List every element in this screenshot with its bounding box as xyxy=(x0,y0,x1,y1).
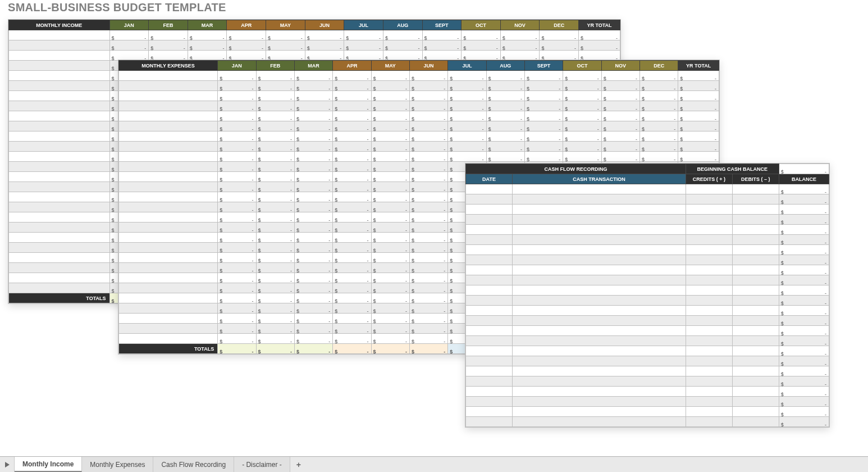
value-cell[interactable] xyxy=(409,253,447,263)
value-cell[interactable] xyxy=(256,263,294,273)
cashflow-row[interactable] xyxy=(466,255,829,265)
credit-cell[interactable] xyxy=(686,194,732,205)
row-label-cell[interactable] xyxy=(119,303,218,314)
value-cell[interactable] xyxy=(256,152,294,162)
row-label-cell[interactable] xyxy=(119,131,218,142)
value-cell[interactable] xyxy=(256,111,294,121)
value-cell[interactable] xyxy=(256,172,294,182)
value-cell[interactable] xyxy=(371,212,409,223)
value-cell[interactable] xyxy=(333,121,371,131)
value-cell[interactable] xyxy=(266,30,305,40)
value-cell[interactable] xyxy=(448,142,486,152)
cashflow-row[interactable] xyxy=(466,285,829,296)
credit-cell[interactable] xyxy=(686,356,732,366)
value-cell[interactable] xyxy=(371,324,409,334)
table-row[interactable] xyxy=(119,111,719,121)
value-cell[interactable] xyxy=(462,40,501,51)
value-cell[interactable] xyxy=(333,202,371,212)
credit-cell[interactable] xyxy=(686,397,732,407)
value-cell[interactable] xyxy=(294,303,332,314)
value-cell[interactable] xyxy=(305,51,344,61)
row-label-cell[interactable] xyxy=(119,283,218,293)
value-cell[interactable] xyxy=(486,101,524,111)
value-cell[interactable] xyxy=(294,324,332,334)
value-cell[interactable] xyxy=(500,40,540,51)
date-cell[interactable] xyxy=(466,366,513,376)
table-row[interactable] xyxy=(9,40,620,51)
date-cell[interactable] xyxy=(466,285,513,296)
balance-cell[interactable] xyxy=(779,397,829,407)
value-cell[interactable] xyxy=(383,30,422,40)
value-cell[interactable] xyxy=(333,91,371,101)
row-label-cell[interactable] xyxy=(119,202,218,212)
value-cell[interactable] xyxy=(333,223,371,233)
value-cell[interactable] xyxy=(540,30,579,40)
value-cell[interactable] xyxy=(218,263,256,273)
value-cell[interactable] xyxy=(409,273,447,283)
value-cell[interactable] xyxy=(294,91,332,101)
table-row[interactable] xyxy=(9,51,620,61)
sheet-tab[interactable]: Monthly Expenses xyxy=(82,457,153,472)
value-cell[interactable] xyxy=(409,121,447,131)
value-cell[interactable] xyxy=(256,314,294,324)
value-cell[interactable] xyxy=(256,243,294,253)
value-cell[interactable] xyxy=(409,202,447,212)
sheet-tab[interactable]: - Disclaimer - xyxy=(234,457,290,472)
value-cell[interactable] xyxy=(524,71,563,81)
balance-cell[interactable] xyxy=(779,366,829,376)
transaction-cell[interactable] xyxy=(512,215,686,225)
value-cell[interactable] xyxy=(266,40,305,51)
value-cell[interactable] xyxy=(333,273,371,283)
date-cell[interactable] xyxy=(466,245,513,255)
value-cell[interactable] xyxy=(639,142,678,152)
cashflow-row[interactable] xyxy=(466,235,829,245)
balance-cell[interactable] xyxy=(779,194,829,205)
balance-cell[interactable] xyxy=(779,285,829,296)
value-cell[interactable] xyxy=(601,131,639,142)
transaction-cell[interactable] xyxy=(512,306,686,316)
cashflow-row[interactable] xyxy=(466,387,829,397)
value-cell[interactable] xyxy=(524,152,563,162)
cashflow-row[interactable] xyxy=(466,356,829,366)
row-label-cell[interactable] xyxy=(9,131,110,142)
value-cell[interactable] xyxy=(294,142,332,152)
balance-cell[interactable] xyxy=(779,205,829,215)
value-cell[interactable] xyxy=(188,30,227,40)
value-cell[interactable] xyxy=(524,91,563,101)
row-label-cell[interactable] xyxy=(9,91,110,101)
value-cell[interactable] xyxy=(601,81,639,91)
value-cell[interactable] xyxy=(448,121,486,131)
value-cell[interactable] xyxy=(563,101,601,111)
year-total-cell[interactable] xyxy=(678,101,719,111)
row-label-cell[interactable] xyxy=(9,182,110,192)
transaction-cell[interactable] xyxy=(512,245,686,255)
debit-cell[interactable] xyxy=(732,387,779,397)
value-cell[interactable] xyxy=(218,314,256,324)
debit-cell[interactable] xyxy=(732,326,779,336)
value-cell[interactable] xyxy=(422,40,462,51)
value-cell[interactable] xyxy=(601,152,639,162)
add-sheet-button[interactable]: + xyxy=(290,460,307,469)
date-cell[interactable] xyxy=(466,296,513,306)
value-cell[interactable] xyxy=(371,71,409,81)
value-cell[interactable] xyxy=(371,253,409,263)
row-label-cell[interactable] xyxy=(9,30,110,40)
value-cell[interactable] xyxy=(227,40,266,51)
value-cell[interactable] xyxy=(294,233,332,243)
value-cell[interactable] xyxy=(448,101,486,111)
value-cell[interactable] xyxy=(409,142,447,152)
value-cell[interactable] xyxy=(256,283,294,293)
row-label-cell[interactable] xyxy=(119,273,218,283)
row-label-cell[interactable] xyxy=(9,121,110,131)
value-cell[interactable] xyxy=(109,40,149,51)
row-label-cell[interactable] xyxy=(9,111,110,121)
credit-cell[interactable] xyxy=(686,205,732,215)
value-cell[interactable] xyxy=(218,172,256,182)
value-cell[interactable] xyxy=(486,111,524,121)
table-row[interactable] xyxy=(119,81,719,91)
row-label-cell[interactable] xyxy=(9,152,110,162)
year-total-cell[interactable] xyxy=(678,81,719,91)
date-cell[interactable] xyxy=(466,306,513,316)
year-total-cell[interactable] xyxy=(579,30,620,40)
value-cell[interactable] xyxy=(218,283,256,293)
